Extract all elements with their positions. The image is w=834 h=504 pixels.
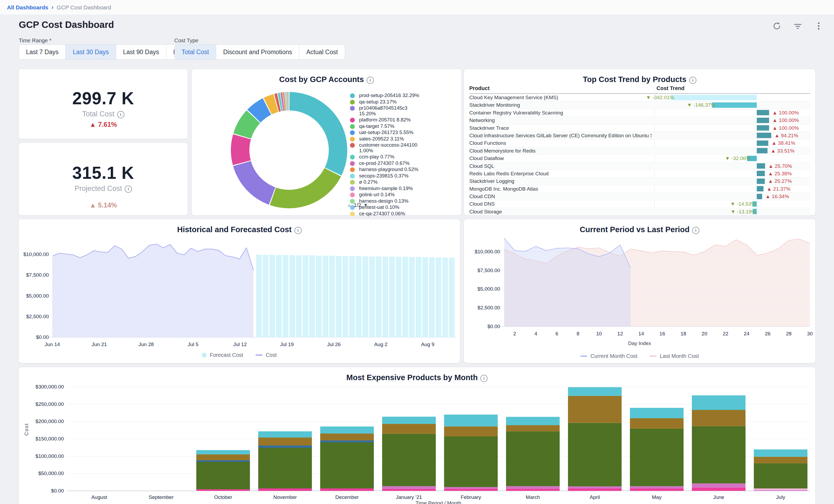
cost-type-label: Cost Type [174, 38, 198, 44]
comparison-chart[interactable]: $10,000.00$7,500.00$5,000.00$2,500.00$0.… [464, 230, 815, 343]
donut-legend-item[interactable]: platform-205701 8.82% [350, 117, 431, 123]
time-range-option-last-90-days[interactable]: Last 90 Days [116, 45, 166, 59]
trend-value: ▲ 100.00% [772, 117, 799, 124]
svg-text:22: 22 [723, 331, 728, 336]
current-vs-last-card: Current Period vs Last Periodi $10,000.0… [464, 219, 815, 363]
trend-value: ▲ 16.34% [765, 193, 789, 200]
product-name: Networking [469, 117, 652, 124]
donut-legend-item[interactable]: secops-239815 0.37% [350, 173, 431, 179]
projected-cost-delta: ▲ 5.14% [19, 201, 188, 209]
donut-legend-item[interactable]: ce-prod-274307 0.67% [350, 160, 431, 166]
time-range-option-last-30-days[interactable]: Last 30 Days [66, 45, 116, 59]
donut-legend-item[interactable]: ccm-play 0.77% [350, 154, 431, 160]
cost-type-option-discount-and-promotions[interactable]: Discount and Promotions [216, 45, 299, 59]
info-icon[interactable]: i [480, 375, 487, 382]
column-header-product[interactable]: Product [469, 85, 490, 91]
legend-swatch [350, 155, 355, 159]
historical-legend: Forecast Cost Cost [19, 352, 460, 358]
stacked-bar-chart[interactable]: $300,000.00$250,000.00$200,000.00$150,00… [19, 382, 815, 504]
svg-text:$0.00: $0.00 [51, 488, 64, 494]
svg-text:$7,500.00: $7,500.00 [26, 272, 49, 278]
info-icon[interactable]: i [117, 111, 125, 118]
donut-legend-item[interactable]: qa-setup 23.17% [350, 99, 431, 105]
product-name: Redis Labs Redis Enterprise Cloud [469, 170, 652, 177]
donut-legend-item[interactable]: freemium-sample 0.19% [350, 186, 431, 192]
legend-label: qa-target 7.57% [359, 124, 394, 129]
trend-table-row: Cloud Storage▼ -13.19% [469, 208, 810, 216]
product-name: Cloud SQL [469, 162, 652, 170]
page-title: GCP Cost Dashboard [19, 19, 114, 30]
donut-legend-item[interactable]: prod-setup-205416 32.29% [350, 93, 431, 98]
product-name: Cloud DNS [469, 200, 652, 207]
trend-bar [757, 110, 769, 115]
product-name: Cloud Dataflow [469, 155, 652, 162]
svg-text:$100,000.00: $100,000.00 [36, 453, 64, 459]
breadcrumb-all-dashboards-link[interactable]: All Dashboards [7, 4, 48, 11]
trend-value: ▲ 25.27% [768, 177, 792, 185]
legend-item-cost[interactable]: Cost [256, 352, 277, 358]
product-name: Cloud Storage [469, 208, 652, 215]
refresh-icon[interactable] [772, 21, 782, 31]
legend-page-indicator: 1/2 [354, 202, 361, 208]
filter-icon[interactable] [793, 21, 803, 31]
donut-legend-item[interactable]: harness-playground 0.52% [350, 167, 431, 172]
info-icon[interactable]: i [367, 77, 374, 84]
legend-page-down-icon[interactable]: ▼ [364, 202, 368, 208]
product-name: Cloud Memorystore for Redis [469, 147, 652, 154]
trend-table-row: Networking▲ 100.00% [469, 117, 810, 124]
legend-swatch [350, 212, 355, 216]
time-range-label: Time Range * [19, 38, 51, 44]
projected-cost-label: Projected Costi [19, 184, 188, 193]
info-icon[interactable]: i [125, 185, 132, 193]
total-cost-label: Total Costi [19, 110, 188, 118]
breadcrumb-chevron-icon: › [51, 4, 53, 11]
trend-value: ▼ -146.37% [687, 101, 715, 109]
legend-swatch [350, 193, 355, 197]
cost-type-button-group: Total CostDiscount and PromotionsActual … [174, 44, 345, 60]
legend-swatch [350, 174, 355, 178]
legend-label: qa-setup 23.17% [359, 99, 397, 105]
trend-table-row: Container Registry Vulnerability Scannin… [469, 109, 810, 117]
donut-chart[interactable] [226, 87, 352, 213]
svg-text:$50,000.00: $50,000.00 [38, 470, 64, 476]
svg-text:Jun 28: Jun 28 [138, 342, 154, 347]
donut-legend-item[interactable]: golink-url 0.14% [350, 192, 431, 198]
svg-text:14: 14 [638, 331, 644, 336]
legend-swatch [350, 167, 355, 172]
trend-value: ▲ 38.41% [771, 139, 795, 147]
trend-bar [757, 186, 764, 192]
donut-legend-item[interactable]: uat-setup-261723 5.55% [350, 130, 431, 135]
column-header-cost-trend[interactable]: Cost Trend [657, 85, 684, 91]
svg-text:March: March [526, 494, 540, 500]
legend-item-forecast-cost[interactable]: Forecast Cost [202, 352, 243, 358]
donut-legend-item[interactable]: ø 0.27% [350, 179, 431, 185]
product-name: Cloud CDN [469, 193, 652, 200]
kebab-menu-icon[interactable] [814, 21, 824, 31]
historical-forecast-chart[interactable]: $10,000.00$7,500.00$5,000.00$2,500.00$0.… [19, 230, 460, 351]
svg-text:Jul 5: Jul 5 [188, 342, 198, 347]
donut-legend-item[interactable]: ce-qa-274307 0.06% [350, 211, 431, 217]
legend-item-current-month[interactable]: Current Month Cost [580, 353, 637, 359]
trend-table-row: Cloud Infrastructure Services GitLab Ser… [469, 132, 810, 139]
time-range-option-last-7-days[interactable]: Last 7 Days [19, 45, 66, 59]
cost-type-option-total-cost[interactable]: Total Cost [175, 45, 216, 59]
legend-page-up-icon[interactable]: ▲ [347, 202, 352, 208]
donut-legend-item[interactable]: qa-target 7.57% [350, 124, 431, 129]
donut-legend-item[interactable]: pr10406a87045145c3 15.20% [350, 105, 431, 116]
donut-legend-item[interactable]: sales-209522 3.11% [350, 136, 431, 142]
trend-bar [757, 194, 762, 199]
legend-swatch [350, 143, 355, 148]
trend-value: ▲ 33.51% [771, 147, 795, 154]
cost-type-option-actual-cost[interactable]: Actual Cost [299, 45, 345, 59]
legend-label: secops-239815 0.37% [359, 173, 409, 179]
legend-item-last-month[interactable]: Last Month Cost [650, 353, 699, 359]
trend-table-row: Cloud SQL▲ 25.70% [469, 162, 810, 170]
donut-legend-item[interactable]: customer-success-244100 1.00% [350, 143, 431, 153]
legend-label: ce-qa-274307 0.06% [359, 211, 405, 217]
comparison-xaxis-label: Day Index [464, 341, 815, 346]
legend-swatch [350, 137, 355, 141]
trend-bar [757, 178, 765, 184]
svg-text:12: 12 [617, 331, 623, 336]
legend-label: sales-209522 3.11% [359, 136, 404, 142]
info-icon[interactable]: i [689, 77, 697, 84]
